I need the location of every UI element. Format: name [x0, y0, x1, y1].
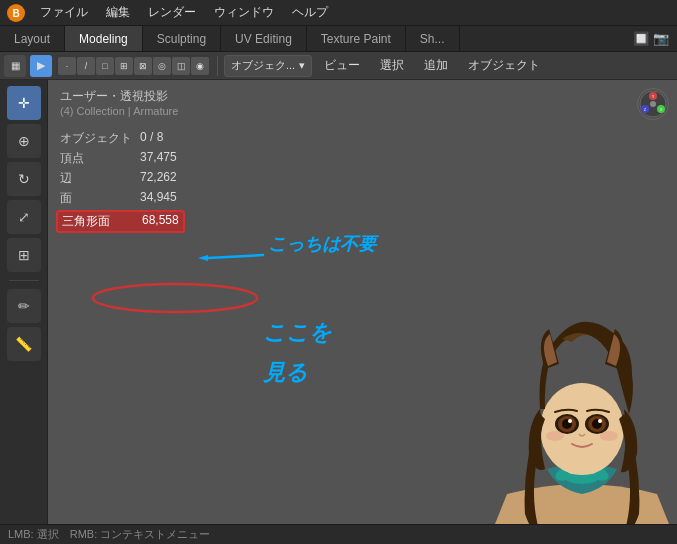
tool-icon-7[interactable]: ◫	[172, 57, 190, 75]
select-tool-icon[interactable]: ▶	[30, 55, 52, 77]
workspace-right-controls: 🔲 📷	[625, 26, 677, 51]
view-menu[interactable]: ビュー	[316, 55, 368, 76]
mode-dropdown[interactable]: オブジェク... ▾	[224, 55, 312, 77]
viewport[interactable]: ユーザー・透視投影 (4) Collection | Armature オブジェ…	[48, 80, 677, 544]
viewport-title: ユーザー・透視投影	[60, 88, 178, 105]
stat-objects: オブジェクト 0 / 8	[60, 130, 185, 147]
tool-icon-8[interactable]: ◉	[191, 57, 209, 75]
menu-item-render[interactable]: レンダー	[140, 2, 204, 23]
tab-shading[interactable]: Sh...	[406, 26, 460, 51]
viewport-header: ユーザー・透視投影 (4) Collection | Armature	[60, 88, 178, 117]
top-menubar: B ファイル 編集 レンダー ウィンドウ ヘルプ	[0, 0, 677, 26]
svg-point-9	[650, 101, 656, 107]
tab-modeling[interactable]: Modeling	[65, 26, 143, 51]
svg-point-30	[600, 431, 618, 441]
tab-layout[interactable]: Layout	[0, 26, 65, 51]
tab-sculpting[interactable]: Sculpting	[143, 26, 221, 51]
svg-text:X: X	[660, 107, 663, 112]
measure-tool-icon[interactable]: 📏	[7, 327, 41, 361]
render-icon: 📷	[653, 31, 669, 46]
separator-1	[217, 56, 218, 76]
add-menu[interactable]: 追加	[416, 55, 456, 76]
svg-text:ここを: ここを	[263, 320, 332, 345]
stat-vertices: 頂点 37,475	[60, 150, 185, 167]
toolbar-row: ▦ ▶ · / □ ⊞ ⊠ ◎ ◫ ◉ オブジェク... ▾ ビュー 選択 追加…	[0, 52, 677, 80]
bottom-statusbar: LMB: 選択 RMB: コンテキストメニュー	[0, 524, 677, 544]
tool-icon-6[interactable]: ◎	[153, 57, 171, 75]
svg-point-27	[568, 419, 572, 423]
face-select-icon[interactable]: □	[96, 57, 114, 75]
svg-text:こっちは不要: こっちは不要	[268, 234, 379, 254]
svg-point-28	[598, 419, 602, 423]
annotate-tool-icon[interactable]: ✏	[7, 289, 41, 323]
svg-marker-10	[198, 255, 208, 261]
blender-logo: B	[6, 3, 26, 23]
object-menu[interactable]: オブジェクト	[460, 55, 548, 76]
navigation-widget[interactable]: Y X Z	[637, 88, 669, 120]
svg-point-29	[546, 431, 564, 441]
menu-item-window[interactable]: ウィンドウ	[206, 2, 282, 23]
viewport-subtitle: (4) Collection | Armature	[60, 105, 178, 117]
left-sidebar: ✛ ⊕ ↻ ⤢ ⊞ ✏ 📏	[0, 80, 48, 544]
svg-point-20	[540, 383, 624, 475]
move-tool-icon[interactable]: ⊕	[7, 124, 41, 158]
main-area: ✛ ⊕ ↻ ⤢ ⊞ ✏ 📏 ユーザー・透視投影 (4) Collection |…	[0, 80, 677, 544]
status-text: LMB: 選択 RMB: コンテキストメニュー	[8, 527, 210, 542]
mode-icon: ▦	[4, 55, 26, 77]
tool-icon-5[interactable]: ⊠	[134, 57, 152, 75]
dropdown-arrow: ▾	[299, 59, 305, 72]
tab-texture-paint[interactable]: Texture Paint	[307, 26, 406, 51]
rotate-tool-icon[interactable]: ↻	[7, 162, 41, 196]
edge-select-icon[interactable]: /	[77, 57, 95, 75]
workspace-tabs: Layout Modeling Sculpting UV Editing Tex…	[0, 26, 677, 52]
menu-item-file[interactable]: ファイル	[32, 2, 96, 23]
toolbar-icons-group: · / □ ⊞ ⊠ ◎ ◫ ◉	[56, 55, 211, 77]
svg-text:B: B	[12, 8, 19, 19]
select-menu[interactable]: 選択	[372, 55, 412, 76]
sidebar-separator	[9, 280, 39, 281]
menu-item-help[interactable]: ヘルプ	[284, 2, 336, 23]
svg-text:見る: 見る	[262, 360, 308, 385]
stat-faces: 面 34,945	[60, 190, 185, 207]
tab-uv-editing[interactable]: UV Editing	[221, 26, 307, 51]
cursor-tool-icon[interactable]: ✛	[7, 86, 41, 120]
tool-icon-4[interactable]: ⊞	[115, 57, 133, 75]
svg-point-14	[93, 284, 257, 312]
character-portrait	[487, 314, 677, 544]
scale-tool-icon[interactable]: ⤢	[7, 200, 41, 234]
transform-tool-icon[interactable]: ⊞	[7, 238, 41, 272]
svg-text:Y: Y	[652, 94, 655, 99]
menu-item-edit[interactable]: 編集	[98, 2, 138, 23]
stat-tris: 三角形面 68,558	[56, 210, 185, 233]
vert-select-icon[interactable]: ·	[58, 57, 76, 75]
stat-edges: 辺 72,262	[60, 170, 185, 187]
scene-icon: 🔲	[633, 31, 649, 46]
stats-panel: オブジェクト 0 / 8 頂点 37,475 辺 72,262 面 34,945…	[60, 130, 185, 236]
